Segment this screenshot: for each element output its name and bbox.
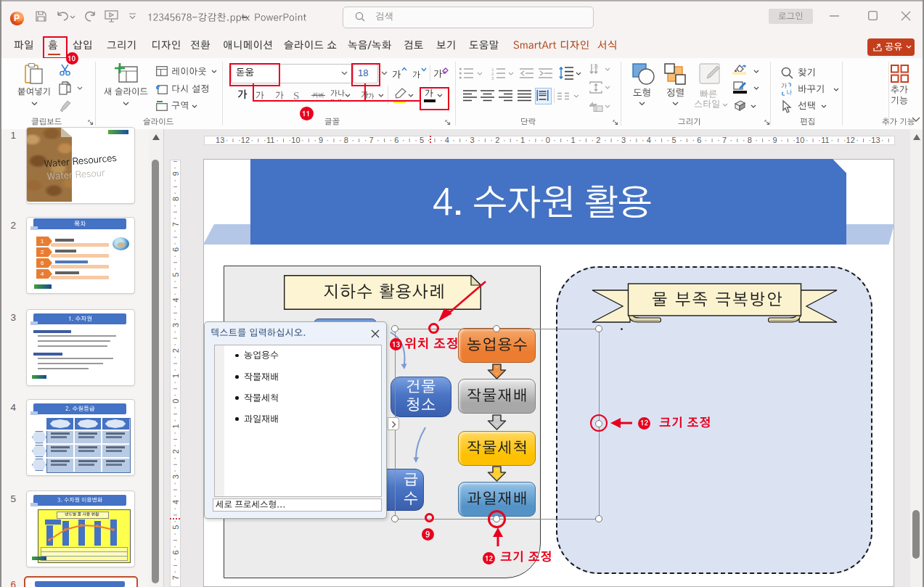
svg-text:2: 2 bbox=[495, 136, 499, 144]
svg-text:5: 5 bbox=[171, 273, 179, 277]
svg-text:12: 12 bbox=[846, 136, 854, 144]
svg-text:5: 5 bbox=[171, 525, 179, 530]
svg-text:3: 3 bbox=[171, 323, 179, 327]
svg-text:1: 1 bbox=[520, 136, 525, 144]
svg-text:7: 7 bbox=[721, 136, 726, 144]
svg-text:13: 13 bbox=[216, 136, 224, 144]
svg-text:2: 2 bbox=[171, 348, 179, 353]
svg-text:7: 7 bbox=[171, 575, 179, 580]
svg-text:1: 1 bbox=[571, 136, 575, 144]
svg-text:4: 4 bbox=[171, 297, 179, 302]
svg-text:5: 5 bbox=[671, 136, 676, 144]
svg-text:3: 3 bbox=[491, 76, 494, 81]
svg-text:4: 4 bbox=[444, 136, 449, 144]
svg-text:10: 10 bbox=[291, 136, 300, 144]
svg-text:3: 3 bbox=[621, 136, 625, 144]
svg-text:1: 1 bbox=[171, 374, 179, 378]
svg-text:1: 1 bbox=[171, 424, 179, 428]
svg-text:6: 6 bbox=[171, 247, 179, 252]
svg-text:11: 11 bbox=[821, 136, 829, 144]
svg-text:11: 11 bbox=[266, 136, 274, 144]
svg-text:0: 0 bbox=[171, 399, 179, 403]
svg-text:6: 6 bbox=[171, 550, 179, 554]
svg-text:9: 9 bbox=[772, 136, 777, 144]
svg-text:13: 13 bbox=[871, 136, 880, 144]
svg-text:3: 3 bbox=[470, 136, 474, 144]
svg-text:10: 10 bbox=[796, 136, 804, 144]
svg-text:0: 0 bbox=[545, 136, 549, 144]
svg-text:6: 6 bbox=[697, 136, 701, 144]
svg-text:8: 8 bbox=[171, 197, 179, 201]
svg-text:5: 5 bbox=[420, 136, 424, 144]
svg-text:7: 7 bbox=[369, 136, 373, 144]
svg-text:4: 4 bbox=[646, 136, 650, 144]
svg-text:4: 4 bbox=[171, 500, 179, 504]
svg-text:9: 9 bbox=[171, 171, 179, 176]
svg-text:12: 12 bbox=[240, 136, 249, 144]
svg-text:2: 2 bbox=[596, 136, 600, 144]
svg-text:8: 8 bbox=[747, 136, 751, 144]
svg-text:7: 7 bbox=[171, 222, 179, 226]
svg-text:9: 9 bbox=[319, 136, 323, 144]
svg-text:8: 8 bbox=[343, 136, 348, 144]
svg-text:3: 3 bbox=[171, 475, 179, 479]
svg-text:6: 6 bbox=[394, 136, 398, 144]
svg-text:2: 2 bbox=[171, 449, 179, 453]
